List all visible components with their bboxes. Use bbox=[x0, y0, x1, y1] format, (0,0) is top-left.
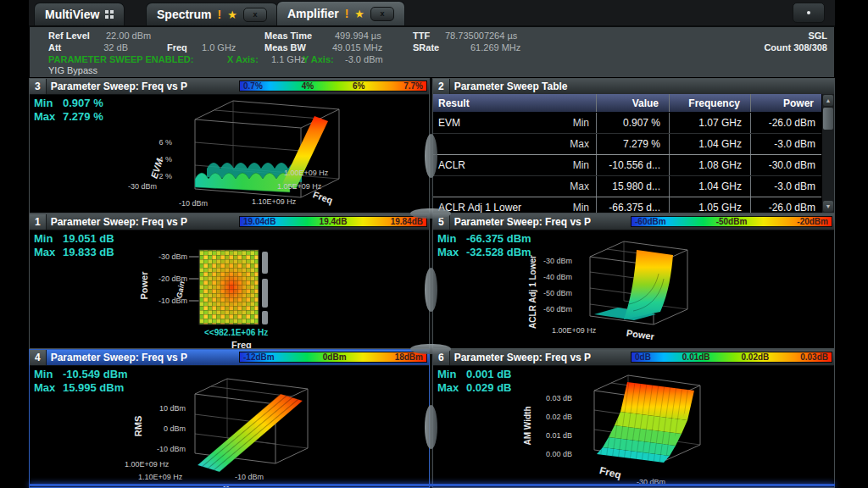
window-5-titlebar[interactable]: 5 Parameter Sweep: Freq vs P -60dBm -50d… bbox=[433, 214, 834, 230]
count-readout: Count 308/308 bbox=[764, 42, 827, 53]
z-tick: -10 dBm bbox=[153, 445, 186, 453]
table-row[interactable]: Max 15.980 d... 1.04 GHz -3.0 dBm bbox=[433, 175, 822, 197]
window-title: Parameter Sweep: Freq vs P bbox=[450, 352, 591, 363]
window-3-titlebar[interactable]: 3 Parameter Sweep: Freq vs P 0.7% 4% 6% … bbox=[30, 79, 429, 95]
scale-label: 6% bbox=[353, 81, 364, 91]
splitter-vertical-handle[interactable] bbox=[425, 134, 437, 178]
att-label: Att bbox=[48, 42, 61, 53]
scroll-up-button[interactable]: ▲ bbox=[823, 95, 833, 106]
scale-label: 0.03dB bbox=[800, 352, 828, 362]
value-cell: -66.375 d... bbox=[596, 197, 669, 213]
table-row[interactable]: Max 7.279 % 1.04 GHz -3.0 dBm bbox=[433, 133, 822, 154]
close-tab-amplifier-button[interactable]: x bbox=[370, 7, 394, 21]
max-label: Max bbox=[34, 246, 63, 259]
freq-label: Freq bbox=[167, 42, 187, 53]
tab-multiview[interactable]: MultiView bbox=[34, 3, 125, 25]
srate-label: SRate bbox=[413, 42, 439, 53]
window-1-gain: 1 Parameter Sweep: Freq vs P 19.04dB 19.… bbox=[29, 214, 430, 349]
scale-label: 0dBm bbox=[323, 352, 347, 362]
splitter-vertical-handle[interactable] bbox=[425, 405, 437, 449]
value-cell: 15.980 d... bbox=[596, 176, 669, 197]
splitter-horizontal-handle[interactable] bbox=[410, 208, 451, 219]
close-icon: x bbox=[381, 10, 385, 18]
table-row[interactable]: ACLR Adj 1 Lower Min -66.375 d... 1.05 G… bbox=[433, 197, 822, 213]
tab-spectrum[interactable]: Spectrum ! ★ x bbox=[146, 3, 278, 25]
scale-label: 0.02dB bbox=[741, 352, 769, 362]
min-value: 0.907 % bbox=[63, 97, 103, 109]
window-6-body: Min0.001 dB Max0.029 dB bbox=[433, 365, 834, 487]
max-value: -32.528 dBm bbox=[466, 246, 531, 258]
max-value: 19.833 dB bbox=[63, 246, 114, 258]
stat-cell: Max bbox=[559, 176, 596, 197]
power-tick: -30 dBm bbox=[128, 182, 157, 191]
minmax-readout: Min-10.549 dBm Max15.995 dBm bbox=[34, 368, 128, 395]
table-scrollbar[interactable]: ▲ ▼ bbox=[821, 94, 834, 213]
meas-time-value: 499.994 µs bbox=[335, 30, 381, 41]
table-row[interactable]: ACLR Min -10.556 d... 1.08 GHz -30.0 dBm bbox=[433, 154, 822, 175]
window-title: Parameter Sweep: Freq vs P bbox=[47, 80, 187, 92]
y-axis-label: Power bbox=[139, 271, 149, 299]
z-tick: 0.01 dB bbox=[538, 431, 572, 440]
scale-label: 19.04dB bbox=[243, 217, 275, 226]
sweep-x-axis-value: 1.1 GHz bbox=[271, 54, 305, 64]
scale-label: 19.84dB bbox=[391, 217, 423, 226]
window-2-titlebar[interactable]: 2 Parameter Sweep Table bbox=[433, 79, 834, 95]
frequency-cell: 1.07 GHz bbox=[669, 113, 750, 133]
window-3-evm: 3 Parameter Sweep: Freq vs P 0.7% 4% 6% … bbox=[29, 78, 430, 214]
tab-amplifier[interactable]: Amplifier ! ★ x bbox=[276, 1, 405, 25]
z-axis-label: AM Width bbox=[523, 396, 532, 456]
close-icon: x bbox=[253, 11, 257, 19]
tab-spectrum-label: Spectrum bbox=[157, 8, 212, 21]
window-5-aclr-adj: 5 Parameter Sweep: Freq vs P -60dBm -50d… bbox=[432, 214, 835, 349]
scrollbar-thumb[interactable] bbox=[823, 108, 833, 130]
toolbar-more-button[interactable] bbox=[793, 3, 825, 23]
window-4-titlebar[interactable]: 4 Parameter Sweep: Freq vs P -12dBm 0dBm… bbox=[30, 350, 429, 366]
freq-tick: 1.00E+09 Hz bbox=[284, 169, 328, 177]
z-axis-label: RMS bbox=[133, 416, 143, 436]
frequency-cell: 1.08 GHz bbox=[669, 155, 750, 175]
close-tab-spectrum-button[interactable]: x bbox=[243, 8, 267, 22]
warning-icon: ! bbox=[345, 7, 349, 20]
ttf-value: 78.735007264 µs bbox=[445, 30, 517, 41]
minmax-readout: Min0.001 dB Max0.029 dB bbox=[437, 368, 511, 395]
table-row[interactable]: EVM Min 0.907 % 1.07 GHz -26.0 dBm bbox=[433, 113, 822, 133]
min-label: Min bbox=[34, 368, 63, 381]
result-cell: EVM bbox=[433, 113, 559, 133]
scale-label: 4% bbox=[302, 81, 314, 91]
power-cell: -26.0 dBm bbox=[750, 197, 824, 213]
meas-bw-label: Meas BW bbox=[264, 42, 306, 53]
window-4-rms: 4 Parameter Sweep: Freq vs P -12dBm 0dBm… bbox=[29, 349, 430, 488]
header-bar: Ref Level 22.00 dBm Meas Time 499.994 µs… bbox=[30, 27, 834, 77]
window-1-body: Min19.051 dB Max19.833 dB bbox=[30, 230, 429, 348]
window-2-table: 2 Parameter Sweep Table Result Value Fre… bbox=[432, 78, 835, 214]
z-tick: -50 dBm bbox=[538, 289, 572, 297]
window-number: 1 bbox=[30, 214, 47, 230]
window-1-titlebar[interactable]: 1 Parameter Sweep: Freq vs P 19.04dB 19.… bbox=[30, 214, 429, 230]
scroll-down-button[interactable]: ▼ bbox=[823, 201, 833, 212]
sweep-table: Result Value Frequency Power EVM Min 0.9… bbox=[433, 94, 822, 213]
z-tick: 0.02 dB bbox=[538, 413, 572, 421]
meas-bw-value: 49.015 MHz bbox=[332, 42, 382, 53]
max-value: 7.279 % bbox=[63, 110, 103, 123]
minmax-readout: Min-66.375 dBm Max-32.528 dBm bbox=[437, 232, 531, 259]
splitter-vertical-handle[interactable] bbox=[425, 268, 437, 312]
window-6-titlebar[interactable]: 6 Parameter Sweep: Freq vs P 0dB 0.01dB … bbox=[433, 350, 834, 366]
result-cell: ACLR bbox=[433, 155, 559, 175]
star-icon: ★ bbox=[227, 8, 237, 21]
ref-level-label: Ref Level bbox=[48, 30, 90, 41]
color-scale: -60dBm -50dBm -20dBm bbox=[631, 216, 832, 227]
z-axis-label: ACLR Adj 1 Lower bbox=[528, 246, 537, 339]
power-cell: -26.0 dBm bbox=[750, 113, 824, 133]
splitter-horizontal-handle[interactable] bbox=[410, 344, 451, 354]
max-label: Max bbox=[34, 110, 63, 124]
max-label: Max bbox=[437, 246, 466, 259]
freq-value: 1.0 GHz bbox=[202, 42, 236, 53]
warning-icon: ! bbox=[218, 8, 222, 21]
att-value: 32 dB bbox=[86, 42, 128, 53]
z-tick: -30 dBm bbox=[538, 257, 572, 265]
ref-level-value: 22.00 dBm bbox=[106, 30, 151, 41]
tab-multiview-label: MultiView bbox=[45, 8, 99, 21]
scale-label: -20dBm bbox=[797, 217, 828, 226]
power-cell: -3.0 dBm bbox=[750, 134, 824, 154]
power-cell: -30.0 dBm bbox=[750, 155, 824, 175]
